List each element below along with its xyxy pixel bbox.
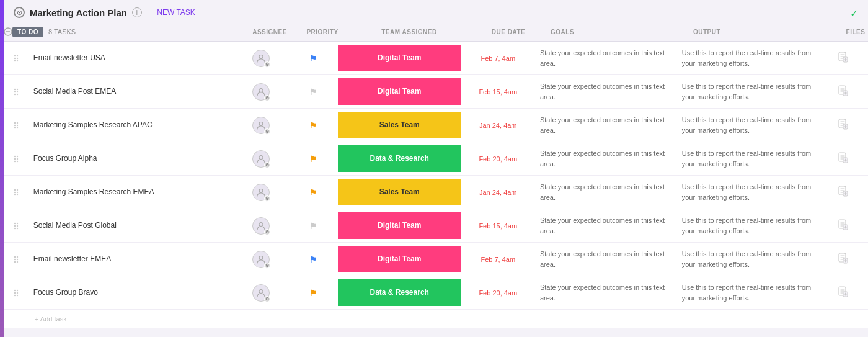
task-priority[interactable]: ⚑ <box>288 288 338 298</box>
task-name: Focus Group Alpha <box>29 151 233 166</box>
svg-point-83 <box>14 294 16 295</box>
task-row[interactable]: Focus Group Bravo ⚙ ⚑ Data & Research Fe… <box>4 276 868 310</box>
task-files[interactable] <box>818 152 868 166</box>
svg-point-59 <box>14 225 16 226</box>
info-icon[interactable]: i <box>132 7 142 17</box>
task-team[interactable]: Digital Team <box>338 76 461 107</box>
file-icon <box>838 52 848 65</box>
avatar: ⚙ <box>252 217 270 235</box>
task-priority[interactable]: ⚑ <box>288 187 338 197</box>
task-goals[interactable]: State your expected outcomes in this tex… <box>535 112 677 138</box>
task-files[interactable] <box>818 52 868 65</box>
file-icon <box>838 119 848 132</box>
avatar-settings-icon: ⚙ <box>264 296 270 302</box>
task-priority[interactable]: ⚑ <box>288 154 338 164</box>
task-goals[interactable]: State your expected outcomes in this tex… <box>535 280 677 305</box>
task-assignee[interactable]: ⚙ <box>233 251 288 268</box>
svg-point-72 <box>14 261 16 262</box>
task-row[interactable]: Email newsletter USA ⚙ ⚑ Digital Team Fe… <box>4 42 868 75</box>
svg-point-4 <box>14 57 16 58</box>
task-output[interactable]: Use this to report the real-time results… <box>677 112 819 138</box>
task-row[interactable]: Marketing Samples Research EMEA ⚙ ⚑ Sale… <box>4 176 868 209</box>
avatar-settings-icon: ⚙ <box>264 195 270 202</box>
task-priority[interactable]: ⚑ <box>288 254 338 264</box>
task-output[interactable]: Use this to report the real-time results… <box>677 246 819 272</box>
svg-point-85 <box>259 289 263 293</box>
task-name: Social Media Post Global <box>29 218 233 233</box>
task-assignee[interactable]: ⚙ <box>233 284 288 302</box>
task-duedate: Feb 15, 4am <box>461 222 535 230</box>
task-output[interactable]: Use this to report the real-time results… <box>677 179 819 205</box>
task-goals[interactable]: State your expected outcomes in this tex… <box>535 45 677 71</box>
task-files[interactable] <box>818 85 868 99</box>
task-row[interactable]: Social Media Post Global ⚙ ⚑ Digital Tea… <box>4 209 868 243</box>
task-assignee[interactable]: ⚙ <box>233 117 288 134</box>
task-name: Marketing Samples Research APAC <box>29 117 233 133</box>
collapse-toggle[interactable]: ⊙ <box>14 7 25 18</box>
task-team[interactable]: Sales Team <box>338 176 461 207</box>
priority-flag-icon: ⚑ <box>309 288 317 298</box>
task-output[interactable]: Use this to report the real-time results… <box>677 45 819 71</box>
task-name: Email newsletter EMEA <box>29 251 233 267</box>
task-team[interactable]: Digital Team <box>338 210 461 241</box>
avatar: ⚙ <box>252 150 270 168</box>
svg-point-48 <box>14 191 16 192</box>
task-goals[interactable]: State your expected outcomes in this tex… <box>535 146 677 171</box>
task-duedate: Feb 20, 4am <box>461 289 535 297</box>
task-assignee[interactable]: ⚙ <box>233 150 288 168</box>
priority-flag-icon: ⚑ <box>309 254 317 264</box>
task-team[interactable]: Data & Research <box>338 277 461 308</box>
svg-point-15 <box>14 91 16 92</box>
task-files[interactable] <box>818 286 868 300</box>
svg-point-38 <box>17 158 18 159</box>
task-row[interactable]: Email newsletter EMEA ⚙ ⚑ Digital Team F… <box>4 243 868 276</box>
svg-point-16 <box>17 91 18 92</box>
avatar: ⚙ <box>252 251 270 268</box>
task-row[interactable]: Focus Group Alpha ⚙ ⚑ Data & Research Fe… <box>4 142 868 176</box>
page-header: ⊙ Marketing Action Plan i + NEW TASK ✓ <box>4 0 868 22</box>
task-output[interactable]: Use this to report the real-time results… <box>677 213 819 238</box>
svg-point-82 <box>17 292 18 293</box>
task-output[interactable]: Use this to report the real-time results… <box>677 146 819 171</box>
task-files[interactable] <box>818 186 868 199</box>
task-assignee[interactable]: ⚙ <box>233 184 288 201</box>
col-header-team: TEAM ASSIGNED <box>347 29 471 35</box>
svg-point-41 <box>259 155 263 159</box>
task-team[interactable]: Digital Team <box>338 243 461 274</box>
task-row[interactable]: Marketing Samples Research APAC ⚙ ⚑ Sale… <box>4 109 868 142</box>
task-priority[interactable]: ⚑ <box>288 221 338 231</box>
svg-point-8 <box>259 55 263 58</box>
tasks-count: 8 TASKS <box>48 28 76 35</box>
svg-point-61 <box>14 227 16 228</box>
task-rows-container: Email newsletter USA ⚙ ⚑ Digital Team Fe… <box>4 42 868 310</box>
task-team[interactable]: Sales Team <box>338 109 461 140</box>
task-goals[interactable]: State your expected outcomes in this tex… <box>535 246 677 272</box>
task-goals[interactable]: State your expected outcomes in this tex… <box>535 179 677 205</box>
task-assignee[interactable]: ⚙ <box>233 83 288 101</box>
task-team[interactable]: Data & Research <box>338 143 461 174</box>
task-output[interactable]: Use this to report the real-time results… <box>677 79 819 104</box>
task-files[interactable] <box>818 253 868 266</box>
task-files[interactable] <box>818 219 868 233</box>
priority-flag-icon: ⚑ <box>309 187 317 197</box>
priority-flag-icon: ⚑ <box>309 154 317 164</box>
svg-point-74 <box>259 256 263 259</box>
svg-point-13 <box>14 88 16 89</box>
task-row[interactable]: Social Media Post EMEA ⚙ ⚑ Digital Team … <box>4 75 868 109</box>
task-assignee[interactable]: ⚙ <box>233 217 288 235</box>
task-priority[interactable]: ⚑ <box>288 120 338 130</box>
task-priority[interactable]: ⚑ <box>288 53 338 63</box>
add-task-hint[interactable]: + Add task <box>4 310 868 328</box>
task-output[interactable]: Use this to report the real-time results… <box>677 280 819 305</box>
section-toggle[interactable] <box>4 22 12 41</box>
drag-handle <box>4 255 29 264</box>
task-goals[interactable]: State your expected outcomes in this tex… <box>535 79 677 104</box>
task-team[interactable]: Digital Team <box>338 42 461 73</box>
task-duedate: Feb 20, 4am <box>461 155 535 163</box>
col-header-output: OUTPUT <box>688 29 831 35</box>
task-goals[interactable]: State your expected outcomes in this tex… <box>535 213 677 238</box>
task-priority[interactable]: ⚑ <box>288 87 338 97</box>
new-task-button[interactable]: + NEW TASK <box>147 6 199 19</box>
task-assignee[interactable]: ⚙ <box>233 50 288 67</box>
task-files[interactable] <box>818 119 868 132</box>
